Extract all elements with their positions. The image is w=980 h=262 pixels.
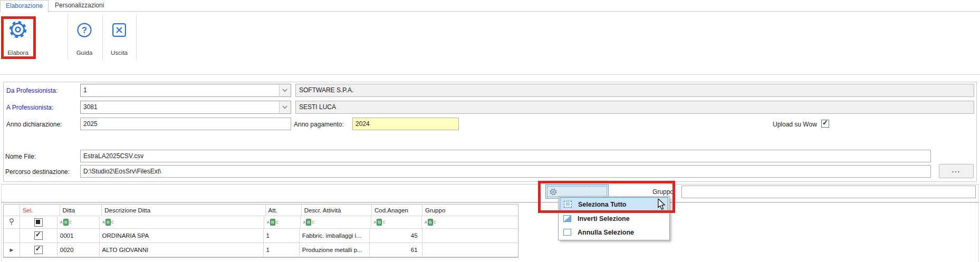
nome-file-input[interactable] [80, 150, 931, 162]
anno-dichiarazione-input[interactable] [80, 118, 291, 130]
toolbar-separator [102, 14, 103, 60]
cell-ditta: 0001 [57, 229, 100, 242]
filter-pin-icon [9, 218, 14, 227]
cell-cod-anagen: 45 [370, 229, 422, 242]
tab-elaborazione[interactable]: Elaborazione [0, 0, 49, 13]
cell-cod-anagen: 61 [370, 243, 422, 257]
check-icon: ✓ [822, 119, 828, 127]
col-header-gruppo[interactable]: Gruppo [422, 205, 518, 216]
col-header-sel[interactable]: Sel. [20, 205, 60, 216]
row-sel-checkbox[interactable]: ✓ [20, 243, 57, 257]
clear-selection-icon [563, 229, 571, 236]
filter-ditta[interactable]: ABC [57, 216, 100, 228]
row-indicator-header [4, 205, 20, 216]
check-icon: ✓ [35, 230, 41, 238]
menu-item-inverti-selezione[interactable]: Inverti Selezione [560, 212, 668, 225]
da-professionista-combobox[interactable]: 1 [80, 84, 291, 97]
percorso-destinazione-input[interactable] [80, 165, 931, 178]
cell-att: 1 [264, 243, 300, 257]
guida-button[interactable]: ? Guida [70, 15, 99, 59]
filter-descr-attivita[interactable]: ABC [301, 216, 371, 228]
chevron-down-icon[interactable] [279, 102, 290, 113]
toolbar-separator [68, 14, 68, 60]
browse-button[interactable]: ... [939, 164, 974, 178]
guida-label: Guida [70, 50, 99, 56]
col-header-descr-attivita[interactable]: Descr. Attività [302, 205, 372, 216]
cell-descr-attivita: Produzione metalli p... [300, 243, 370, 257]
filter-gruppo[interactable]: ABC [422, 216, 518, 228]
table-row[interactable]: ✓ 0001 ORDINARIA SPA 1 Fabbric. imballag… [4, 229, 518, 243]
exit-icon [111, 22, 127, 40]
row-sel-checkbox[interactable]: ✓ [20, 229, 57, 242]
upload-su-wow-label: Upload su Wow [773, 120, 817, 129]
uscita-label: Uscita [104, 50, 134, 56]
col-header-cod-anagen[interactable]: Cod.Anagen [372, 205, 422, 216]
panel-border [978, 184, 979, 262]
elabora-label: Elabora [2, 50, 34, 56]
table-header-row: Sel. Ditta Descrizione Ditta Att. Descr.… [4, 205, 518, 216]
toolbar-separator [136, 14, 137, 60]
anno-pagamento-input[interactable] [352, 118, 459, 130]
table-row[interactable]: ▶ ✓ 0020 ALTO GIOVANNI 1 Produzione meta… [4, 243, 518, 257]
filter-descrizione-ditta[interactable]: ABC [100, 216, 264, 228]
percorso-destinazione-label: Percorso destinazione: [5, 168, 70, 176]
da-professionista-display: SOFTWARE S.P.A. [295, 84, 974, 97]
abc-filter-icon: ABC [60, 219, 72, 226]
anno-dichiarazione-label: Anno dichiarazione: [6, 120, 62, 129]
check-icon: ✓ [35, 245, 41, 253]
uscita-button[interactable]: Uscita [104, 15, 134, 59]
cell-ditta: 0020 [57, 243, 100, 257]
abc-filter-icon: ABC [102, 219, 114, 226]
gear-icon [7, 19, 28, 42]
current-row-indicator: ▶ [4, 243, 20, 257]
cell-gruppo [422, 243, 518, 257]
a-professionista-label: A Professionista: [6, 103, 53, 112]
menu-item-seleziona-tutto[interactable]: Seleziona Tutto [560, 197, 668, 211]
invert-selection-icon [563, 215, 571, 222]
panel-border [1, 184, 2, 262]
tab-strip: Elaborazione Personalizzazioni [0, 0, 980, 12]
a-professionista-display: SESTI LUCA [295, 101, 974, 114]
panel-divider [1, 184, 979, 185]
chevron-down-icon[interactable] [279, 85, 290, 96]
cell-att: 1 [264, 229, 300, 242]
selection-context-menu: Seleziona Tutto Inverti Selezione Annull… [558, 196, 670, 240]
col-header-descrizione-ditta[interactable]: Descrizione Ditta [102, 205, 265, 216]
anno-pagamento-label: Anno pagamento: [294, 120, 344, 129]
gruppo-label: Gruppo: [652, 188, 675, 196]
cell-descrizione-ditta: ALTO GIOVANNI [100, 243, 264, 257]
abc-filter-icon: ABC [374, 219, 386, 226]
abc-filter-icon: ABC [303, 219, 315, 226]
tab-personalizzazioni[interactable]: Personalizzazioni [50, 0, 109, 11]
abc-filter-icon: ABC [267, 219, 278, 226]
da-professionista-label: Da Professionista: [6, 86, 57, 95]
filter-cod-anagen[interactable]: ABC [371, 216, 422, 228]
upload-su-wow-checkbox[interactable]: ✓ [821, 120, 829, 128]
col-header-ditta[interactable]: Ditta [60, 205, 102, 216]
svg-text:?: ? [82, 25, 87, 35]
col-header-att[interactable]: Att. [266, 205, 302, 216]
row-indicator [4, 229, 20, 242]
elabora-button[interactable]: Elabora [2, 15, 34, 59]
grid-area-divider [1, 202, 979, 203]
row-arrow-icon: ▶ [9, 247, 13, 253]
filter-row-indicator [4, 216, 20, 228]
cell-descr-attivita: Fabbric. imballaggi i... [300, 229, 370, 242]
menu-item-annulla-selezione[interactable]: Annulla Selezione [560, 226, 668, 239]
table-filter-row: ABC ABC ABC ABC ABC ABC [4, 216, 518, 229]
toolbar-divider [0, 74, 980, 75]
nome-file-label: Nome File: [5, 152, 36, 161]
cell-descrizione-ditta: ORDINARIA SPA [100, 229, 264, 242]
a-professionista-combobox[interactable]: 3081 [80, 101, 291, 114]
abc-filter-icon: ABC [425, 219, 436, 226]
select-all-icon [564, 201, 572, 208]
help-icon: ? [76, 22, 92, 40]
gruppo-input[interactable] [681, 186, 976, 198]
filter-att[interactable]: ABC [264, 216, 301, 228]
filter-sel-checkbox[interactable] [20, 216, 57, 228]
companies-table: Sel. Ditta Descrizione Ditta Att. Descr.… [3, 204, 518, 258]
gear-icon [549, 188, 558, 198]
cell-gruppo [422, 229, 518, 242]
